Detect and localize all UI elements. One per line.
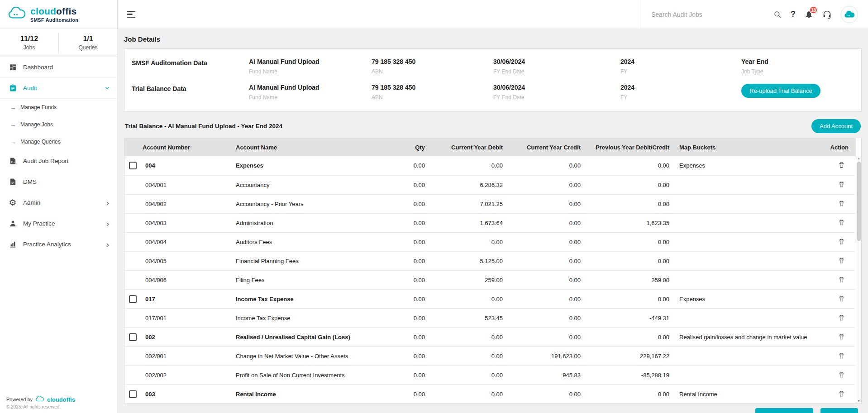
- row-checkbox[interactable]: [129, 295, 137, 303]
- reupload-trial-balance-button[interactable]: Re-upload Trial Balance: [741, 84, 820, 98]
- sidebar-item-practice-analytics[interactable]: Practice Analytics ›: [0, 234, 117, 255]
- trial-balance-rows: 004 Expenses 0.00 0.00 0.00 0.00 Expense…: [124, 156, 856, 403]
- user-avatar[interactable]: [841, 6, 858, 23]
- arrow-right-icon: →: [10, 121, 16, 128]
- previous-year-debit-credit-cell: 0.00: [584, 232, 673, 251]
- sidebar-item-my-practice[interactable]: My Practice ›: [0, 213, 117, 234]
- scrollbar-thumb[interactable]: [857, 162, 861, 241]
- jobs-label: Jobs: [0, 44, 58, 51]
- sidebar-item-admin[interactable]: ⚙ Admin ›: [0, 192, 117, 213]
- account-name-cell: Expenses: [232, 156, 378, 175]
- column-header-previous-year: Previous Year Debit/Credit: [584, 138, 673, 156]
- row-name: Trial Balance Data: [132, 84, 249, 92]
- search-icon[interactable]: [773, 10, 782, 19]
- job-stats: 11/12 Jobs 1/1 Queries: [0, 29, 117, 57]
- search-input[interactable]: [651, 11, 764, 18]
- queries-stat[interactable]: 1/1 Queries: [59, 29, 117, 57]
- powered-brand[interactable]: cloudoffis: [47, 396, 75, 403]
- map-bucket-cell: [673, 213, 822, 232]
- current-year-credit-cell: 0.00: [506, 327, 584, 346]
- fund-name-value: AI Manual Fund Upload: [249, 58, 372, 65]
- sidebar-item-audit[interactable]: Audit ›: [0, 78, 117, 99]
- account-name-cell: Financial Planning Fees: [232, 251, 378, 270]
- delete-row-icon[interactable]: [837, 313, 846, 323]
- current-year-debit-cell: 259.00: [429, 270, 506, 289]
- account-number-cell: 002/001: [139, 346, 232, 365]
- delete-row-icon[interactable]: [837, 332, 846, 342]
- map-bucket-cell: [673, 270, 822, 289]
- trial-balance-header: Trial Balance - AI Manual Fund Upload - …: [125, 119, 861, 133]
- proceed-button[interactable]: Proceed: [820, 408, 858, 413]
- arrow-right-icon: →: [10, 104, 16, 111]
- row-checkbox[interactable]: [129, 333, 137, 341]
- fy-value: 2024: [620, 58, 741, 65]
- chevron-right-icon: ›: [106, 198, 109, 207]
- delete-row-icon[interactable]: [837, 160, 846, 171]
- scroll-up-arrow-icon[interactable]: ▲: [857, 156, 860, 161]
- sidebar-item-manage-queries[interactable]: → Manage Queries: [0, 133, 117, 150]
- sidebar-item-label: Audit: [23, 85, 37, 91]
- save-preview-button[interactable]: Save & Preview: [755, 408, 813, 413]
- current-year-credit-cell: 0.00: [506, 213, 584, 232]
- current-year-credit-cell: 0.00: [506, 232, 584, 251]
- account-name-cell: Accountancy - Prior Years: [232, 194, 378, 213]
- delete-row-icon[interactable]: [837, 275, 846, 285]
- sidebar-item-audit-job-report[interactable]: Audit Job Report: [0, 150, 117, 171]
- account-number-cell: 003: [139, 384, 232, 403]
- delete-row-icon[interactable]: [837, 351, 846, 361]
- table-row: 002/002 Profit on Sale of Non Current In…: [124, 365, 856, 384]
- delete-row-icon[interactable]: [837, 218, 846, 228]
- column-header-current-year-debit: Current Year Debit: [429, 138, 506, 156]
- account-number-cell: 004/005: [139, 251, 232, 270]
- qty-cell: 0.00: [378, 384, 429, 403]
- sidebar-item-dms[interactable]: DMS: [0, 171, 117, 192]
- account-number-cell: 004: [139, 156, 232, 175]
- report-icon: [8, 157, 17, 165]
- fy-end-field: 30/06/2024 FY End Date: [493, 84, 620, 101]
- previous-year-debit-credit-cell: 0.00: [584, 175, 673, 194]
- sidebar-item-dashboard[interactable]: Dashboard: [0, 57, 117, 78]
- jobs-stat[interactable]: 11/12 Jobs: [0, 29, 58, 57]
- sidebar: cloudoffis SMSF Auditomation 11/12 Jobs …: [0, 0, 118, 413]
- delete-row-icon[interactable]: [837, 370, 846, 380]
- sidebar-item-manage-jobs[interactable]: → Manage Jobs: [0, 116, 117, 133]
- delete-row-icon[interactable]: [837, 237, 846, 247]
- cloudoffis-mini-cloud-icon: [35, 396, 44, 403]
- account-name-cell: Change in Net Market Value - Other Asset…: [232, 346, 378, 365]
- scroll-down-arrow-icon[interactable]: ▼: [857, 399, 860, 403]
- account-name-cell: Administration: [232, 213, 378, 232]
- qty-cell: 0.00: [378, 327, 429, 346]
- fy-end-label: FY End Date: [493, 68, 620, 75]
- previous-year-debit-credit-cell: -85,288.19: [584, 365, 673, 384]
- fund-name-field: AI Manual Fund Upload Fund Name: [249, 58, 372, 75]
- queries-count: 1/1: [59, 35, 117, 43]
- column-header-map-buckets: Map Buckets: [673, 138, 822, 156]
- support-headset-icon[interactable]: [822, 10, 832, 19]
- row-checkbox[interactable]: [129, 390, 137, 398]
- row-checkbox[interactable]: [129, 162, 137, 169]
- copyright-text: © 2023. All rights reserved.: [6, 404, 75, 409]
- fund-name-value: AI Manual Fund Upload: [249, 84, 372, 91]
- delete-row-icon[interactable]: [837, 199, 846, 209]
- gear-icon: ⚙: [8, 198, 17, 207]
- delete-row-icon[interactable]: [837, 256, 846, 266]
- notifications-bell-icon[interactable]: 18: [805, 10, 813, 19]
- account-number-cell: 004/003: [139, 213, 232, 232]
- notification-badge: 18: [809, 6, 818, 14]
- chevron-right-icon: ›: [106, 240, 109, 249]
- previous-year-debit-credit-cell: 0.00: [584, 251, 673, 270]
- delete-row-icon[interactable]: [837, 294, 846, 304]
- delete-row-icon[interactable]: [837, 389, 846, 399]
- fund-name-label: Fund Name: [249, 68, 372, 75]
- sidebar-item-manage-funds[interactable]: → Manage Funds: [0, 99, 117, 116]
- delete-row-icon[interactable]: [837, 180, 846, 190]
- qty-cell: 0.00: [378, 346, 429, 365]
- help-icon[interactable]: ?: [791, 10, 796, 19]
- vertical-scrollbar[interactable]: ▲ ▼: [856, 156, 861, 403]
- column-header-current-year-credit: Current Year Credit: [506, 138, 584, 156]
- add-account-button[interactable]: Add Account: [811, 119, 861, 133]
- brand-logo[interactable]: cloudoffis SMSF Auditomation: [0, 0, 117, 29]
- menu-toggle-icon[interactable]: [127, 11, 137, 18]
- account-name-cell: Income Tax Expense: [232, 308, 378, 327]
- qty-cell: 0.00: [378, 251, 429, 270]
